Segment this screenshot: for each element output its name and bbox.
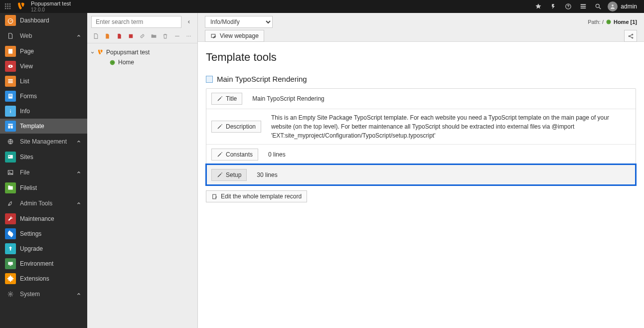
- function-selector[interactable]: Info/Modify: [205, 16, 273, 28]
- svg-rect-26: [9, 96, 12, 96]
- list-icon[interactable]: [576, 0, 591, 13]
- user-label: admin: [621, 3, 637, 10]
- user-menu[interactable]: admin: [606, 1, 642, 11]
- share-button[interactable]: [624, 30, 637, 42]
- content-area: Info/Modify Path: / Home [1] View webpag…: [198, 13, 644, 328]
- setup-value: 30 lines: [252, 165, 636, 185]
- cache-flash-icon[interactable]: [546, 0, 561, 13]
- view-webpage-button[interactable]: View webpage: [205, 30, 264, 42]
- svg-rect-41: [9, 265, 11, 266]
- collapse-tree-icon[interactable]: [184, 19, 193, 24]
- group-web[interactable]: Web: [0, 28, 87, 44]
- link-icon[interactable]: [139, 32, 146, 40]
- svg-rect-12: [581, 6, 586, 7]
- page-title: Template tools: [206, 51, 636, 64]
- rocket-icon: [5, 198, 16, 209]
- edit-title-button[interactable]: Title: [211, 93, 242, 105]
- module-extensions[interactable]: Extensions: [0, 271, 87, 286]
- path-page[interactable]: Home [1]: [614, 19, 637, 25]
- edit-whole-template-button[interactable]: Edit the whole template record: [206, 190, 307, 202]
- site-name-label: Popupsmart test: [31, 0, 71, 6]
- eye-icon: [5, 61, 16, 72]
- module-list[interactable]: List: [0, 74, 87, 89]
- svg-rect-11: [581, 4, 586, 5]
- new-page-icon[interactable]: [92, 32, 100, 40]
- module-page[interactable]: Page: [0, 44, 87, 59]
- module-label: Upgrade: [20, 245, 43, 252]
- tree-node-label: Home: [118, 59, 134, 66]
- chevron-up-icon: [76, 170, 81, 175]
- globe-icon: [108, 58, 116, 66]
- svg-rect-40: [8, 262, 12, 265]
- button-label: Description: [226, 123, 256, 130]
- list-icon: [5, 76, 16, 87]
- group-admin-tools[interactable]: Admin Tools: [0, 195, 87, 211]
- divider-icon[interactable]: [173, 32, 181, 40]
- section-title: Main TypoScript Rendering: [217, 75, 307, 83]
- button-label: Setup: [226, 171, 241, 178]
- module-label: Dashboard: [20, 17, 49, 24]
- svg-rect-38: [8, 185, 10, 186]
- svg-point-36: [9, 171, 10, 172]
- svg-rect-28: [10, 111, 10, 113]
- image-icon: [5, 167, 16, 178]
- group-system[interactable]: System: [0, 286, 87, 302]
- breadcrumb: Path: / Home [1]: [588, 19, 637, 25]
- folder-icon[interactable]: [150, 32, 158, 40]
- module-dashboard[interactable]: Dashboard: [0, 13, 87, 28]
- module-label: Filelist: [20, 184, 37, 191]
- puzzle-icon: [5, 273, 16, 284]
- button-label: View webpage: [220, 32, 259, 39]
- svg-point-50: [629, 35, 630, 36]
- more-icon[interactable]: [185, 32, 192, 40]
- module-label: Forms: [20, 93, 37, 100]
- wrench-icon: [5, 213, 16, 224]
- tree-node-label: Popupsmart test: [106, 49, 150, 56]
- module-maintenance[interactable]: Maintenance: [0, 211, 87, 226]
- chevron-down-icon[interactable]: [90, 50, 96, 55]
- module-forms[interactable]: Forms: [0, 89, 87, 104]
- module-settings[interactable]: Settings: [0, 226, 87, 241]
- svg-rect-43: [129, 34, 133, 38]
- module-environment[interactable]: Environment: [0, 256, 87, 271]
- svg-rect-27: [10, 110, 10, 110]
- svg-point-52: [632, 37, 633, 38]
- group-site-management[interactable]: Site Management: [0, 134, 87, 150]
- svg-rect-18: [8, 49, 12, 53]
- svg-rect-0: [5, 3, 6, 5]
- module-view[interactable]: View: [0, 59, 87, 74]
- search-icon[interactable]: [591, 0, 606, 13]
- app-grid-icon[interactable]: [2, 0, 14, 12]
- button-label: Edit the whole template record: [221, 193, 302, 200]
- edit-setup-button[interactable]: Setup: [211, 169, 247, 181]
- tree-root-node[interactable]: Popupsmart test: [90, 47, 194, 57]
- constants-value: 0 lines: [263, 145, 636, 164]
- module-info[interactable]: Info: [0, 104, 87, 119]
- svg-rect-3: [5, 5, 6, 7]
- edit-description-button[interactable]: Description: [211, 121, 261, 133]
- typo3-logo-icon[interactable]: [15, 0, 27, 12]
- svg-rect-25: [9, 95, 12, 95]
- new-page-red-icon[interactable]: [115, 32, 123, 40]
- row-constants: Constants 0 lines: [206, 144, 636, 164]
- button-label: Title: [226, 95, 237, 102]
- dashboard-icon: [5, 15, 16, 26]
- module-template[interactable]: Template: [0, 119, 87, 134]
- bookmark-icon[interactable]: [531, 0, 546, 13]
- new-page-orange-icon[interactable]: [104, 32, 111, 40]
- tree-node-home[interactable]: Home: [102, 57, 194, 67]
- svg-rect-30: [8, 126, 10, 129]
- module-filelist[interactable]: Filelist: [0, 180, 87, 195]
- group-file[interactable]: File: [0, 164, 87, 180]
- module-sites[interactable]: Sites: [0, 150, 87, 164]
- module-upgrade[interactable]: Upgrade: [0, 241, 87, 256]
- edit-constants-button[interactable]: Constants: [211, 149, 258, 161]
- svg-rect-29: [8, 124, 12, 125]
- site-name: Popupsmart test 12.0.0: [31, 0, 71, 12]
- new-page-alt-icon[interactable]: [127, 32, 135, 40]
- template-icon: [5, 121, 16, 132]
- tree-search-input[interactable]: [91, 16, 181, 28]
- svg-point-46: [190, 35, 191, 36]
- trash-icon[interactable]: [161, 32, 169, 40]
- help-icon[interactable]: [561, 0, 576, 13]
